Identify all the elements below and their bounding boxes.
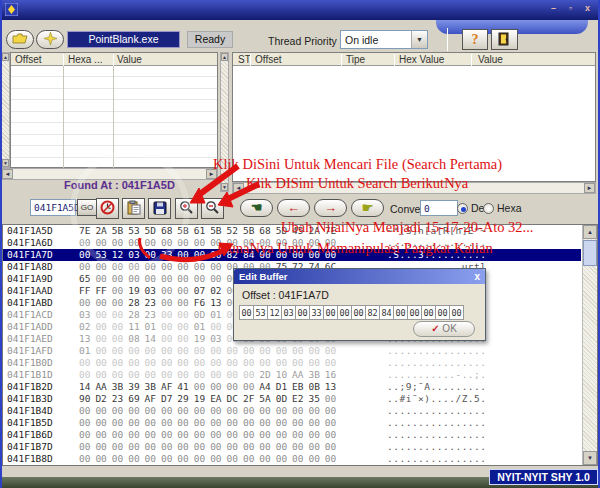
hex-byte[interactable]: 00: [308, 429, 324, 441]
hex-byte[interactable]: 07: [194, 285, 210, 297]
chevron-down-icon[interactable]: ▼: [411, 31, 427, 48]
hex-byte[interactable]: 00: [308, 441, 324, 453]
hex-byte[interactable]: 00: [79, 249, 95, 261]
ok-button[interactable]: ✓ OK: [413, 321, 475, 337]
hex-byte[interactable]: 00: [177, 261, 193, 273]
hex-byte[interactable]: 00: [177, 285, 193, 297]
hex-byte[interactable]: 00: [210, 273, 226, 285]
hex-byte[interactable]: 00: [128, 441, 144, 453]
hex-byte[interactable]: AF: [145, 393, 161, 405]
hex-byte[interactable]: 23: [112, 393, 128, 405]
hex-byte[interactable]: 00: [128, 369, 144, 381]
hex-byte[interactable]: 00: [259, 345, 275, 357]
hex-byte[interactable]: 00: [194, 357, 210, 369]
hex-byte[interactable]: 00: [325, 417, 341, 429]
convert-input[interactable]: 0: [420, 200, 458, 216]
hex-byte[interactable]: 00: [177, 249, 193, 261]
hex-byte[interactable]: 01: [79, 345, 95, 357]
hex-byte[interactable]: 03: [145, 285, 161, 297]
hex-byte[interactable]: 00: [95, 345, 111, 357]
hex-byte[interactable]: 00: [112, 369, 128, 381]
hex-byte[interactable]: 00: [95, 429, 111, 441]
hex-byte[interactable]: 29: [177, 393, 193, 405]
hex-byte[interactable]: 68: [161, 225, 177, 237]
hex-byte[interactable]: 00: [128, 345, 144, 357]
hex-byte[interactable]: 19: [194, 333, 210, 345]
hex-byte[interactable]: 13: [210, 297, 226, 309]
hex-byte[interactable]: 16: [325, 369, 341, 381]
hex-byte[interactable]: 00: [145, 261, 161, 273]
forward-button[interactable]: →: [314, 199, 347, 217]
hex-byte[interactable]: 00: [161, 345, 177, 357]
hex-byte[interactable]: AA: [95, 381, 111, 393]
hex-byte[interactable]: 00: [145, 369, 161, 381]
hex-byte[interactable]: 00: [161, 285, 177, 297]
hex-byte[interactable]: 00: [145, 345, 161, 357]
hex-byte[interactable]: 00: [308, 405, 324, 417]
hex-row[interactable]: 041F1AFD01000000000000000000000000000000…: [3, 345, 581, 357]
hex-byte[interactable]: 00: [79, 453, 95, 465]
hex-byte[interactable]: 00: [161, 333, 177, 345]
hex-byte[interactable]: 00: [210, 321, 226, 333]
byte-cell[interactable]: 00: [323, 305, 338, 320]
hex-byte[interactable]: 00: [325, 405, 341, 417]
hex-byte[interactable]: D7: [161, 393, 177, 405]
hex-byte[interactable]: 00: [276, 405, 292, 417]
refresh-scan-button[interactable]: [36, 30, 64, 49]
hex-byte[interactable]: 00: [243, 405, 259, 417]
hex-row[interactable]: 041F1B5D00000000000000000000000000000000…: [3, 417, 581, 429]
hex-byte[interactable]: 00: [177, 405, 193, 417]
hex-byte[interactable]: 00: [95, 273, 111, 285]
hex-row[interactable]: 041F1B6D00000000000000000000000000000000…: [3, 429, 581, 441]
hex-byte[interactable]: 00: [79, 261, 95, 273]
hex-byte[interactable]: 00: [194, 417, 210, 429]
hex-byte[interactable]: 19: [128, 285, 144, 297]
scrollbar-thumb[interactable]: [583, 240, 597, 266]
hex-byte[interactable]: 00: [177, 441, 193, 453]
hex-byte[interactable]: 00: [161, 429, 177, 441]
hex-row[interactable]: 041F1B4D00000000000000000000000000000000…: [3, 405, 581, 417]
hex-byte[interactable]: 68: [259, 225, 275, 237]
hex-byte[interactable]: 00: [145, 273, 161, 285]
hex-byte[interactable]: D1: [276, 381, 292, 393]
hex-byte[interactable]: 00: [128, 357, 144, 369]
hex-byte[interactable]: 00: [145, 417, 161, 429]
hex-byte[interactable]: 03: [210, 333, 226, 345]
hex-byte[interactable]: 00: [276, 429, 292, 441]
hex-byte[interactable]: 00: [112, 405, 128, 417]
go-first-button[interactable]: ☚: [240, 199, 273, 217]
hex-byte[interactable]: 01: [210, 309, 226, 321]
hex-byte[interactable]: AA: [292, 369, 308, 381]
hex-byte[interactable]: 00: [112, 453, 128, 465]
hex-byte[interactable]: 2A: [95, 225, 111, 237]
hex-byte[interactable]: 53: [95, 249, 111, 261]
hex-byte[interactable]: 00: [259, 405, 275, 417]
hex-byte[interactable]: FF: [79, 285, 95, 297]
hex-byte[interactable]: 00: [292, 417, 308, 429]
hex-byte[interactable]: 00: [161, 453, 177, 465]
hex-byte[interactable]: 00: [194, 441, 210, 453]
hex-byte[interactable]: 90: [79, 393, 95, 405]
byte-cell[interactable]: 00: [449, 305, 464, 320]
hex-byte[interactable]: 00: [112, 345, 128, 357]
hex-byte[interactable]: E2: [292, 393, 308, 405]
hex-byte[interactable]: 00: [243, 441, 259, 453]
hex-byte[interactable]: 3B: [145, 381, 161, 393]
col-offset[interactable]: Offset: [255, 54, 282, 65]
scroll-up-icon[interactable]: ▲: [221, 53, 228, 61]
col-hexa[interactable]: Hexa ...: [68, 54, 102, 65]
hex-byte[interactable]: 00: [161, 369, 177, 381]
byte-cell[interactable]: 00: [239, 305, 254, 320]
hex-byte[interactable]: 00: [79, 237, 95, 249]
hex-byte[interactable]: 03: [79, 309, 95, 321]
hex-row[interactable]: 041F1B3D90D22369AFD72919EADC2F5A0DE23500…: [3, 393, 581, 405]
scroll-up-icon[interactable]: ▲: [2, 53, 9, 61]
hex-byte[interactable]: 00: [95, 321, 111, 333]
results-list[interactable]: [11, 66, 217, 167]
hex-byte[interactable]: 00: [177, 297, 193, 309]
byte-cell[interactable]: 00: [435, 305, 450, 320]
hex-byte[interactable]: AF: [161, 381, 177, 393]
hex-byte[interactable]: 00: [177, 417, 193, 429]
hex-byte[interactable]: 00: [177, 333, 193, 345]
hex-byte[interactable]: 00: [112, 357, 128, 369]
